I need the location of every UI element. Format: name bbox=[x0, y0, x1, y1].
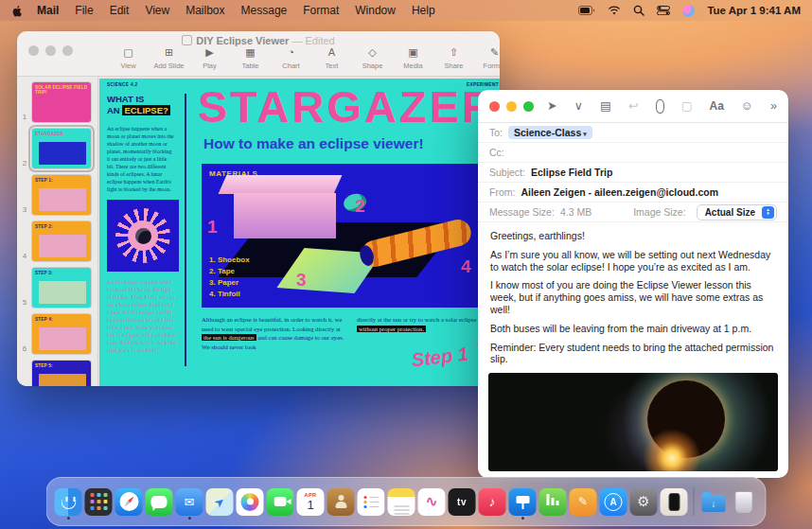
tv-glyph: tv bbox=[457, 497, 467, 507]
calendar-day-label: 1 bbox=[307, 499, 313, 512]
slide-thumb-label: STEP 2: bbox=[35, 224, 53, 229]
menu-mailbox[interactable]: Mailbox bbox=[185, 4, 224, 17]
downloads-glyph bbox=[702, 495, 726, 512]
slide-thumb-preview: STARGAZER bbox=[32, 129, 91, 168]
emoji-icon[interactable]: ☺ bbox=[741, 100, 753, 113]
to-field[interactable]: To: Science-Class▾ bbox=[478, 123, 788, 143]
media-icon: ▣ bbox=[393, 46, 433, 59]
apple-menu-icon[interactable] bbox=[11, 5, 24, 17]
control-center-icon[interactable] bbox=[657, 6, 670, 15]
dock-facetime-icon[interactable] bbox=[267, 488, 294, 516]
reply-icon[interactable]: ↩ bbox=[628, 100, 638, 113]
slide-thumbnail-7[interactable]: 7STEP 5: bbox=[17, 359, 97, 386]
dock-music-icon[interactable]: ♪ bbox=[479, 488, 506, 516]
toolbar-play[interactable]: ▶Play bbox=[189, 46, 230, 70]
dock-notes-icon[interactable] bbox=[388, 488, 415, 516]
eclipse-photo-attachment[interactable] bbox=[488, 373, 778, 471]
materials-box: MATERIALS 1 2 3 4 1. Shoebox2. Tape3. Pa… bbox=[202, 164, 495, 308]
dock-messages-icon[interactable] bbox=[146, 488, 173, 516]
siri-icon[interactable] bbox=[682, 5, 695, 17]
menu-view[interactable]: View bbox=[145, 4, 169, 17]
minimize-button[interactable] bbox=[506, 101, 517, 112]
document-proxy-icon[interactable] bbox=[182, 35, 192, 45]
image-size-select[interactable]: Actual Size bbox=[697, 204, 777, 220]
dock-iphone-icon[interactable] bbox=[661, 488, 688, 516]
dock-trash-icon[interactable] bbox=[731, 488, 758, 516]
header-fields-icon[interactable]: ▤ bbox=[600, 100, 611, 113]
slide-thumb-label: STEP 4: bbox=[35, 317, 53, 322]
menu-edit[interactable]: Edit bbox=[110, 4, 130, 17]
recipient-token[interactable]: Science-Class▾ bbox=[508, 126, 592, 139]
slide-thumbnail-6[interactable]: 6STEP 4: bbox=[17, 312, 97, 356]
send-icon[interactable]: ➤ bbox=[547, 100, 556, 113]
slide-thumbnail-2[interactable]: 2STARGAZER bbox=[17, 127, 97, 170]
menu-bar-clock[interactable]: Tue Apr 1 9:41 AM bbox=[707, 5, 801, 16]
dock-tv-icon[interactable]: tv bbox=[449, 488, 476, 516]
dock-launchpad-icon[interactable] bbox=[85, 488, 113, 516]
menu-file[interactable]: File bbox=[75, 4, 93, 17]
dock-freeform-icon[interactable]: ∿ bbox=[418, 488, 446, 516]
toolbar-chart[interactable]: ◔Chart bbox=[271, 46, 311, 70]
attach-icon[interactable] bbox=[656, 99, 664, 114]
shoebox-lid-illustration bbox=[219, 175, 343, 194]
slide-thumbnail-4[interactable]: 4STEP 2: bbox=[17, 220, 97, 263]
menu-help[interactable]: Help bbox=[412, 4, 435, 17]
slide-thumbnail-5[interactable]: 5STEP 3: bbox=[17, 266, 97, 309]
toolbar-label: Format bbox=[474, 62, 500, 70]
toolbar-text[interactable]: AText bbox=[311, 46, 352, 70]
search-icon[interactable] bbox=[633, 5, 644, 16]
slide-thumb-graphic bbox=[39, 142, 86, 165]
cc-field[interactable]: Cc: bbox=[478, 143, 788, 163]
toolbar-format[interactable]: ✎Format bbox=[474, 46, 500, 70]
dock-downloads-icon[interactable] bbox=[700, 488, 728, 516]
minimize-button[interactable] bbox=[45, 45, 56, 56]
slide-stargazer[interactable]: SCIENCE 4.2 EXPERIMENT #9 WHAT IS AN ECL… bbox=[99, 79, 500, 386]
slide-thumb-graphic bbox=[39, 235, 86, 257]
dock-safari-icon[interactable] bbox=[115, 488, 143, 516]
notes-glyph bbox=[394, 496, 409, 507]
dock-mail-icon[interactable]: ✉ bbox=[176, 488, 203, 516]
menu-format[interactable]: Format bbox=[303, 4, 339, 17]
battery-icon[interactable] bbox=[578, 6, 595, 15]
slide-thumb-preview: STEP 1: bbox=[32, 175, 91, 215]
dock-maps-icon[interactable]: ➤ bbox=[206, 488, 234, 516]
toolbar-share[interactable]: ⇧Share bbox=[433, 46, 474, 70]
toolbar-shape[interactable]: ◇Shape bbox=[352, 46, 393, 70]
dock-numbers-icon[interactable] bbox=[539, 488, 567, 516]
wifi-icon[interactable] bbox=[608, 6, 621, 16]
format-icon[interactable]: Aa bbox=[710, 100, 724, 112]
dock-finder-icon[interactable] bbox=[55, 488, 82, 516]
close-button[interactable] bbox=[28, 45, 39, 56]
menu-mail[interactable]: Mail bbox=[37, 4, 59, 17]
slide-thumbnail-3[interactable]: 3STEP 1: bbox=[17, 173, 97, 217]
dock-contacts-icon[interactable] bbox=[327, 488, 355, 516]
dock-pages-icon[interactable]: ✎ bbox=[570, 488, 597, 516]
dock-reminders-icon[interactable] bbox=[358, 488, 385, 516]
dock-settings-icon[interactable]: ⚙ bbox=[630, 488, 658, 516]
message-body[interactable]: Greetings, earthlings!As I’m sure you al… bbox=[478, 222, 788, 366]
more-icon[interactable]: » bbox=[770, 100, 777, 113]
chevron-down-icon[interactable]: ∨ bbox=[574, 100, 583, 113]
finder-glyph bbox=[61, 500, 76, 509]
menu-message[interactable]: Message bbox=[241, 4, 288, 17]
toolbar-table[interactable]: ▦Table bbox=[230, 46, 271, 70]
dock-appstore-icon[interactable]: A bbox=[600, 488, 627, 516]
dock-calendar-icon[interactable]: APR1 bbox=[297, 488, 325, 516]
markup-icon[interactable]: ▢ bbox=[681, 100, 693, 113]
close-button[interactable] bbox=[489, 101, 500, 112]
menu-window[interactable]: Window bbox=[355, 4, 396, 17]
slide-thumbnail-1[interactable]: 1SOLAR ECLIPSE FIELD TRIP! bbox=[17, 80, 97, 124]
pages-glyph: ✎ bbox=[578, 495, 588, 508]
keynote-window-title: DIY Eclipse Viewer — Edited bbox=[17, 35, 500, 46]
dock-photos-icon[interactable] bbox=[237, 488, 264, 516]
facetime-glyph bbox=[274, 497, 287, 506]
toolbar-view[interactable]: ▢View bbox=[108, 46, 149, 70]
toolbar-add-slide[interactable]: ⊞Add Slide bbox=[149, 46, 189, 70]
toolbar-media[interactable]: ▣Media bbox=[393, 46, 433, 70]
dock-keynote-icon[interactable] bbox=[509, 488, 537, 516]
zoom-button[interactable] bbox=[523, 101, 534, 112]
from-field[interactable]: From: Aileen Zeigen - aileen.zeigen@iclo… bbox=[478, 183, 788, 203]
marker-4: 4 bbox=[461, 256, 471, 277]
zoom-button[interactable] bbox=[62, 45, 73, 56]
subject-field[interactable]: Subject: Eclipse Field Trip bbox=[478, 163, 788, 183]
